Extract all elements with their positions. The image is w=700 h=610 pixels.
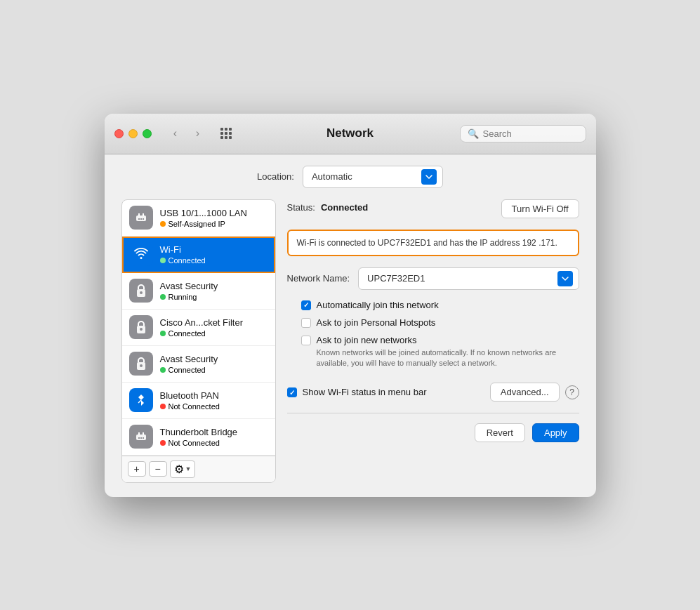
- thunderbolt-name: Thunderbolt Bridge: [160, 427, 268, 437]
- forward-button[interactable]: ›: [188, 124, 208, 143]
- new-networks-row: Ask to join new networks Known networks …: [301, 335, 579, 369]
- bluetooth-name: Bluetooth PAN: [160, 390, 268, 401]
- right-panel: Status: Connected Turn Wi-Fi Off Wi-Fi i…: [287, 199, 579, 483]
- thunderbolt-dot: [160, 440, 166, 446]
- cisco-name: Cisco An...cket Filter: [160, 317, 268, 328]
- sidebar-item-avast2[interactable]: Avast Security Connected: [122, 346, 275, 383]
- network-name-select[interactable]: UPC7F32ED1: [358, 267, 579, 290]
- add-network-button[interactable]: +: [128, 461, 146, 477]
- avast2-icon: [129, 352, 153, 376]
- bluetooth-status: Not Connected: [160, 402, 268, 411]
- usb-lan-dot: [160, 221, 166, 227]
- back-button[interactable]: ‹: [166, 124, 185, 143]
- search-box[interactable]: 🔍: [460, 125, 586, 142]
- maximize-button[interactable]: [143, 129, 152, 138]
- search-icon: 🔍: [468, 128, 479, 139]
- personal-hotspot-checkbox[interactable]: [301, 318, 311, 328]
- wifi-status: Connected: [160, 256, 268, 265]
- svg-point-16: [140, 291, 143, 294]
- bluetooth-icon: [129, 388, 153, 412]
- help-button[interactable]: ?: [565, 385, 579, 399]
- avast2-text: Avast Security Connected: [160, 354, 268, 374]
- svg-rect-0: [220, 128, 223, 131]
- sidebar-item-bluetooth[interactable]: Bluetooth PAN Not Connected: [122, 383, 275, 419]
- network-window: ‹ › Network 🔍 Location:: [105, 114, 596, 497]
- show-wifi-label: Show Wi-Fi status in menu bar: [303, 387, 427, 397]
- usb-lan-status: Self-Assigned IP: [160, 220, 268, 228]
- location-value: Automatic: [312, 171, 416, 182]
- sidebar-item-wifi[interactable]: Wi-Fi Connected: [122, 237, 275, 273]
- wifi-text: Wi-Fi Connected: [160, 244, 268, 265]
- avast1-icon: [129, 279, 153, 303]
- network-options-button[interactable]: ⚙ ▼: [170, 460, 196, 478]
- location-label: Location:: [257, 171, 294, 182]
- status-label: Status:: [287, 202, 315, 213]
- avast2-name: Avast Security: [160, 354, 268, 364]
- connection-info-box: Wi-Fi is connected to UPC7F32ED1 and has…: [287, 230, 579, 256]
- cisco-icon: [129, 315, 153, 339]
- svg-rect-12: [138, 218, 140, 220]
- svg-rect-3: [220, 132, 223, 135]
- wifi-name: Wi-Fi: [160, 244, 268, 255]
- svg-rect-25: [140, 437, 142, 439]
- network-select-arrow: [557, 271, 573, 286]
- network-name-row: Network Name: UPC7F32ED1: [287, 267, 579, 290]
- remove-network-button[interactable]: −: [149, 461, 167, 477]
- network-name-label: Network Name:: [287, 273, 350, 284]
- titlebar: ‹ › Network 🔍: [105, 114, 596, 154]
- status-value: Connected: [321, 202, 368, 213]
- svg-rect-1: [225, 128, 227, 131]
- minimize-button[interactable]: [128, 129, 138, 138]
- svg-rect-26: [143, 437, 144, 439]
- grid-icon[interactable]: [216, 124, 236, 143]
- thunderbolt-icon: [129, 425, 153, 449]
- search-input[interactable]: [483, 128, 579, 139]
- network-sidebar: USB 10/1...1000 LAN Self-Assigned IP: [121, 199, 276, 483]
- nav-arrows: ‹ ›: [166, 124, 208, 143]
- auto-join-row: Automatically join this network: [301, 300, 579, 310]
- avast2-status: Connected: [160, 366, 268, 374]
- options-section: Automatically join this network Ask to j…: [287, 300, 579, 369]
- sidebar-item-thunderbolt[interactable]: Thunderbolt Bridge Not Connected: [122, 419, 275, 456]
- window-title: Network: [326, 126, 374, 140]
- avast2-dot: [160, 367, 166, 373]
- svg-rect-11: [143, 213, 144, 216]
- bottom-buttons: Revert Apply: [287, 413, 579, 442]
- new-networks-sub: Known networks will be joined automatica…: [317, 347, 579, 369]
- location-select-arrow: [421, 169, 437, 185]
- close-button[interactable]: [114, 129, 124, 138]
- content-area: Location: Automatic: [105, 154, 596, 497]
- avast1-dot: [160, 294, 166, 300]
- revert-button[interactable]: Revert: [475, 423, 525, 442]
- bluetooth-dot: [160, 404, 166, 409]
- svg-rect-5: [229, 132, 232, 135]
- thunderbolt-status: Not Connected: [160, 439, 268, 447]
- svg-rect-4: [225, 132, 227, 135]
- show-wifi-checkbox[interactable]: [287, 387, 297, 397]
- apply-button[interactable]: Apply: [532, 423, 579, 442]
- sidebar-item-usb-lan[interactable]: USB 10/1...1000 LAN Self-Assigned IP: [122, 200, 275, 237]
- cisco-status: Connected: [160, 329, 268, 338]
- svg-point-18: [140, 328, 143, 331]
- auto-join-checkbox[interactable]: [301, 300, 311, 310]
- advanced-button[interactable]: Advanced...: [490, 383, 560, 402]
- wifi-icon: [129, 242, 153, 266]
- sidebar-item-cisco[interactable]: Cisco An...cket Filter Connected: [122, 310, 275, 346]
- svg-point-20: [140, 364, 143, 367]
- svg-rect-8: [229, 136, 232, 139]
- cisco-text: Cisco An...cket Filter Connected: [160, 317, 268, 338]
- location-select[interactable]: Automatic: [303, 166, 443, 188]
- sidebar-item-avast1[interactable]: Avast Security Running: [122, 273, 275, 310]
- show-wifi-row: Show Wi-Fi status in menu bar Advanced..…: [287, 383, 579, 402]
- wifi-dot: [160, 258, 166, 263]
- svg-rect-7: [225, 136, 227, 139]
- avast1-text: Avast Security Running: [160, 281, 268, 301]
- traffic-lights: [114, 129, 152, 138]
- avast1-name: Avast Security: [160, 281, 268, 291]
- usb-lan-text: USB 10/1...1000 LAN Self-Assigned IP: [160, 208, 268, 228]
- gear-icon: ⚙: [174, 463, 184, 476]
- personal-hotspot-row: Ask to join Personal Hotspots: [301, 317, 579, 328]
- thunderbolt-text: Thunderbolt Bridge Not Connected: [160, 427, 268, 447]
- new-networks-checkbox[interactable]: [301, 336, 311, 345]
- turn-wifi-off-button[interactable]: Turn Wi-Fi Off: [501, 199, 579, 218]
